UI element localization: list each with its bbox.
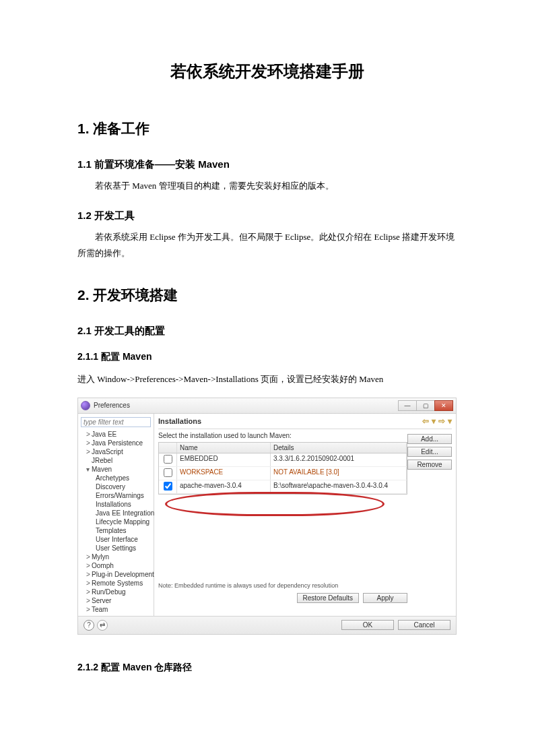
tree-item[interactable]: Installations (78, 500, 154, 509)
section-2-heading: 2. 开发环境搭建 (77, 286, 457, 305)
tree-item[interactable]: Discovery (78, 482, 154, 491)
window-title: Preferences (94, 402, 130, 409)
row-details: B:\software\apache-maven-3.0.4-3.0.4 (271, 480, 407, 493)
row-checkbox[interactable] (164, 482, 172, 491)
preferences-dialog: Preferences — ▢ ✕ type filter text >Java… (77, 398, 457, 635)
tree-item[interactable]: >Run/Debug (78, 588, 154, 596)
row-name: EMBEDDED (177, 453, 271, 466)
preferences-tree: type filter text >Java EE>Java Persisten… (78, 414, 154, 616)
section-2-1-heading: 2.1 开发工具的配置 (77, 325, 457, 338)
annotation-circle (165, 492, 385, 516)
tree-item[interactable]: Java EE Integration (78, 509, 154, 517)
section-1-2-text: 若依系统采用 Eclipse 作为开发工具。但不局限于 Eclipse。此处仅介… (77, 229, 457, 262)
add-button[interactable]: Add... (407, 434, 452, 444)
tree-item[interactable]: >Plug-in Development (78, 570, 154, 579)
tree-item[interactable]: >Oomph (78, 561, 154, 570)
tree-item[interactable]: >Team (78, 605, 154, 614)
row-name: WORKSPACE (177, 467, 271, 480)
table-row[interactable]: EMBEDDED3.3.3/1.6.2.20150902-0001 (159, 453, 407, 467)
tree-item[interactable]: >Mylyn (78, 553, 154, 561)
filter-input[interactable]: type filter text (81, 417, 151, 427)
close-button[interactable]: ✕ (434, 400, 453, 411)
maximize-button[interactable]: ▢ (416, 400, 435, 411)
tree-item[interactable]: >Java EE (78, 430, 154, 439)
section-2-1-2-heading: 2.1.2 配置 Maven 仓库路径 (77, 662, 457, 674)
tree-item[interactable]: User Settings (78, 544, 154, 553)
section-1-heading: 1. 准备工作 (77, 119, 457, 138)
dialog-titlebar: Preferences — ▢ ✕ (78, 398, 456, 414)
section-2-1-1-text: 进入 Window->Preferences->Maven->Installat… (77, 371, 457, 388)
panel-note: Note: Embedded runtime is always used fo… (158, 582, 407, 589)
col-name: Name (177, 443, 271, 453)
table-row[interactable]: apache-maven-3.0.4B:\software\apache-mav… (159, 480, 407, 494)
nav-arrows[interactable]: ⇦▾⇨▾ (422, 416, 452, 426)
doc-title: 若依系统开发环境搭建手册 (77, 61, 457, 82)
installations-table: Name Details EMBEDDED3.3.3/1.6.2.2015090… (158, 442, 407, 495)
remove-button[interactable]: Remove (407, 460, 452, 470)
tree-item[interactable]: Templates (78, 526, 154, 535)
row-name: apache-maven-3.0.4 (177, 480, 271, 493)
tree-item[interactable]: Lifecycle Mapping (78, 517, 154, 526)
edit-button[interactable]: Edit... (407, 447, 452, 457)
eclipse-icon (81, 401, 90, 410)
tree-item[interactable]: >JavaScript (78, 447, 154, 456)
table-row[interactable]: WORKSPACENOT AVAILABLE [3.0] (159, 467, 407, 480)
tree-item[interactable]: >Java Persistence (78, 439, 154, 447)
cancel-button[interactable]: Cancel (398, 620, 450, 630)
tree-item[interactable]: >Server (78, 596, 154, 605)
row-checkbox[interactable] (164, 455, 172, 464)
panel-title: Installations (158, 417, 201, 425)
restore-defaults-button[interactable]: Restore Defaults (297, 593, 359, 603)
apply-button[interactable]: Apply (363, 593, 407, 603)
section-1-2-heading: 1.2 开发工具 (77, 210, 457, 222)
col-details: Details (271, 443, 407, 453)
minimize-button[interactable]: — (398, 400, 417, 411)
import-export-icon[interactable]: ⇄ (97, 620, 108, 631)
section-1-1-heading: 1.1 前置环境准备——安装 Maven (77, 158, 457, 171)
ok-button[interactable]: OK (341, 620, 394, 630)
tree-item[interactable]: Archetypes (78, 474, 154, 482)
tree-item[interactable]: >Remote Systems (78, 579, 154, 588)
tree-item[interactable]: ▾Maven (78, 465, 154, 474)
help-icon[interactable]: ? (84, 620, 94, 631)
tree-item[interactable]: Errors/Warnings (78, 491, 154, 500)
section-2-1-1-heading: 2.1.1 配置 Maven (77, 351, 457, 363)
row-checkbox[interactable] (164, 468, 172, 477)
row-details: NOT AVAILABLE [3.0] (271, 467, 407, 480)
tree-item[interactable]: JRebel (78, 456, 154, 465)
section-1-1-text: 若依基于 Maven 管理项目的构建，需要先安装好相应的版本。 (77, 178, 457, 195)
tree-item[interactable]: User Interface (78, 535, 154, 544)
row-details: 3.3.3/1.6.2.20150902-0001 (271, 453, 407, 466)
